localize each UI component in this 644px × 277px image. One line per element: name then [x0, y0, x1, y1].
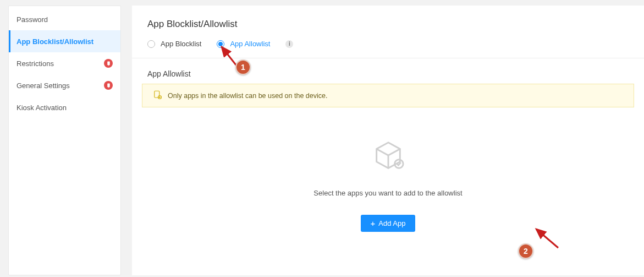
plus-icon: + — [371, 219, 376, 227]
sidebar-item-blocklist-allowlist[interactable]: App Blocklist/Allowlist — [9, 30, 120, 52]
sidebar-item-restrictions[interactable]: Restrictions — [9, 52, 120, 74]
sidebar-item-label: Password — [16, 15, 48, 24]
annotation-badge-1: 1 — [235, 59, 251, 75]
sidebar-item-general-settings[interactable]: General Settings — [9, 74, 120, 96]
main-panel: App Blocklist/Allowlist App Blocklist Ap… — [132, 6, 644, 275]
sidebar-item-label: General Settings — [16, 82, 70, 90]
radio-blocklist[interactable] — [147, 40, 155, 48]
empty-state: Select the apps you want to add to the a… — [132, 107, 644, 232]
svg-line-8 — [536, 229, 558, 248]
svg-rect-2 — [107, 83, 110, 87]
empty-text: Select the apps you want to add to the a… — [132, 189, 644, 197]
radio-blocklist-label: App Blocklist — [161, 40, 201, 48]
sidebar-item-label: App Blocklist/Allowlist — [16, 37, 93, 46]
info-icon[interactable]: i — [285, 40, 293, 48]
sidebar-item-password[interactable]: Password — [9, 8, 120, 30]
notice-banner: Only apps in the allowlist can be used o… — [142, 84, 634, 107]
package-icon — [371, 166, 405, 175]
page-title: App Blocklist/Allowlist — [132, 6, 644, 40]
annotation-badge-2: 2 — [518, 243, 533, 259]
sidebar-item-label: Kiosk Activation — [16, 104, 67, 112]
sidebar: Password App Blocklist/Allowlist Restric… — [8, 6, 121, 275]
alert-icon — [104, 81, 113, 90]
sidebar-item-label: Restrictions — [16, 59, 54, 68]
sidebar-item-kiosk-activation[interactable]: Kiosk Activation — [9, 96, 120, 118]
notice-text: Only apps in the allowlist can be used o… — [168, 92, 327, 100]
svg-rect-4 — [155, 91, 159, 97]
radio-group: App Blocklist App Allowlist i — [132, 40, 644, 58]
notice-icon — [152, 90, 162, 101]
svg-rect-3 — [108, 87, 109, 88]
annotation-arrow-2 — [532, 226, 565, 253]
svg-rect-0 — [107, 61, 110, 65]
add-app-button[interactable]: + Add App — [361, 215, 416, 232]
section-subtitle: App Allowlist — [132, 58, 644, 84]
svg-rect-1 — [108, 65, 109, 66]
add-app-label: Add App — [378, 219, 405, 227]
alert-icon — [104, 59, 113, 68]
